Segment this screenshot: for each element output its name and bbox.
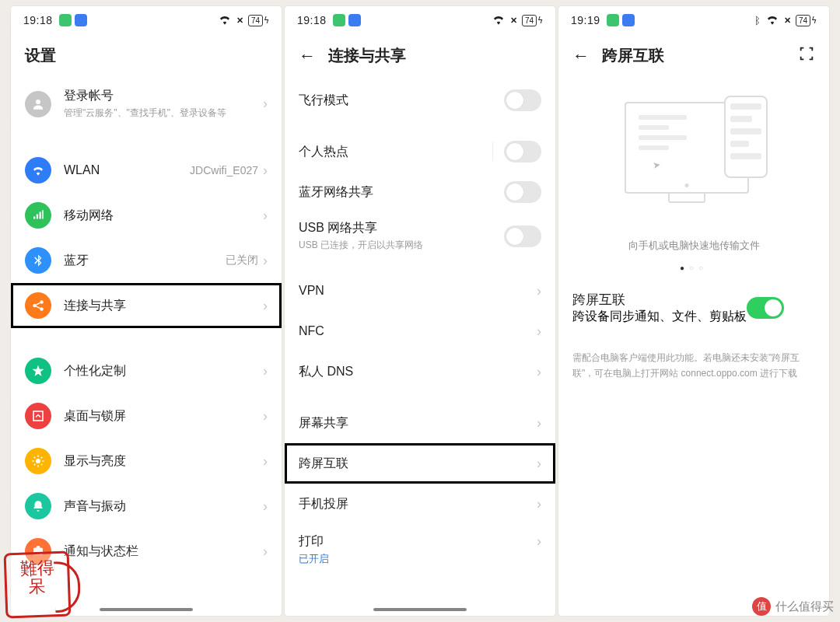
close-icon: ✕ <box>236 16 243 26</box>
cross-screen-illustration: ➤ <box>612 93 775 217</box>
row-label: 通知与状态栏 <box>64 543 263 560</box>
vpn-row[interactable]: VPN › <box>285 271 555 311</box>
bt-tether-row[interactable]: 蓝牙网络共享 <box>285 172 555 212</box>
chevron-right-icon: › <box>537 283 541 299</box>
screen-connection-share: 19:18 ✕ 74ϟ ← 连接与共享 飞行模式 个人热点 <box>285 6 555 616</box>
chevron-right-icon: › <box>263 162 268 179</box>
screen-share-row[interactable]: 屏幕共享 › <box>285 403 555 443</box>
chevron-right-icon: › <box>537 415 541 432</box>
print-row[interactable]: 打印 已开启 › <box>285 524 555 574</box>
settings-account-row[interactable]: 登录帐号 管理"云服务"、"查找手机"、登录设备等 › <box>11 80 282 128</box>
status-app-icon <box>333 14 345 26</box>
cast-row[interactable]: 手机投屏 › <box>285 484 555 524</box>
settings-bluetooth-row[interactable]: 蓝牙 已关闭 › <box>11 238 282 283</box>
customize-icon <box>25 358 51 384</box>
row-label: 登录帐号 <box>64 88 263 104</box>
toggle-switch[interactable] <box>504 141 541 162</box>
row-label: NFC <box>299 324 537 338</box>
toggle-switch[interactable] <box>504 225 541 247</box>
chevron-right-icon: › <box>537 323 541 340</box>
page-header: ← 跨屏互联 <box>558 34 829 80</box>
screen-settings: 19:18 ✕ 74ϟ 设置 登录帐号 <box>11 6 282 616</box>
share-icon <box>25 292 51 319</box>
svg-rect-6 <box>37 546 40 548</box>
battery-icon: 74ϟ <box>248 15 269 26</box>
settings-connection-share-row[interactable]: 连接与共享 › <box>11 283 282 328</box>
page-title: 设置 <box>25 45 56 66</box>
chevron-right-icon: › <box>263 453 268 470</box>
status-time: 19:18 <box>23 14 53 26</box>
settings-personalization-row[interactable]: 个性化定制 › <box>11 348 282 393</box>
settings-display-row[interactable]: 显示与亮度 › <box>11 439 282 484</box>
toggle-switch[interactable] <box>747 297 784 319</box>
settings-wlan-row[interactable]: WLAN JDCwifi_E027 › <box>11 148 282 193</box>
private-dns-row[interactable]: 私人 DNS › <box>285 351 555 392</box>
back-button[interactable]: ← <box>299 47 316 65</box>
airplane-mode-row[interactable]: 飞行模式 <box>285 80 555 121</box>
chevron-right-icon: › <box>263 208 268 224</box>
chevron-right-icon: › <box>263 543 268 560</box>
row-value: 已关闭 <box>226 253 258 267</box>
watermark-text: 什么值得买 <box>775 599 834 614</box>
wifi-icon <box>765 12 779 28</box>
settings-sound-row[interactable]: 声音与振动 › <box>11 484 282 529</box>
settings-mobile-row[interactable]: 移动网络 › <box>11 193 282 238</box>
divider <box>492 142 493 161</box>
chevron-right-icon: › <box>537 496 541 512</box>
row-subtitle: 管理"云服务"、"查找手机"、登录设备等 <box>64 107 263 120</box>
page-title: 连接与共享 <box>328 45 406 66</box>
row-label: 蓝牙 <box>64 253 226 269</box>
hotspot-row[interactable]: 个人热点 <box>285 131 555 172</box>
row-label: 跨屏互联 <box>572 291 747 309</box>
row-label: 个性化定制 <box>64 363 263 379</box>
status-bar: 19:18 ✕ 74ϟ <box>11 6 282 34</box>
chevron-right-icon: › <box>263 253 268 269</box>
row-subtitle: 跨设备同步通知、文件、剪贴板 <box>572 309 747 325</box>
page-indicator[interactable]: ●○○ <box>558 264 829 272</box>
status-bar: 19:19 ᛒ ✕ 74ϟ <box>558 6 829 34</box>
wifi-icon <box>25 157 51 183</box>
toggle-switch[interactable] <box>504 89 541 111</box>
home-indicator[interactable] <box>100 608 193 611</box>
signal-icon <box>25 202 51 229</box>
close-icon: ✕ <box>510 16 517 26</box>
cross-screen-toggle-row[interactable]: 跨屏互联 跨设备同步通知、文件、剪贴板 <box>558 283 829 333</box>
watermark-stamp: 難得呆 <box>4 551 72 619</box>
user-icon <box>25 91 51 117</box>
usb-tether-row[interactable]: USB 网络共享 USB 已连接，开启以共享网络 <box>285 212 555 260</box>
wifi-icon <box>492 12 506 28</box>
row-value: JDCwifi_E027 <box>190 164 258 176</box>
watermark-right: 值 什么值得买 <box>752 597 834 616</box>
status-app-icon <box>75 14 87 26</box>
status-bar: 19:18 ✕ 74ϟ <box>285 6 555 34</box>
chevron-right-icon: › <box>537 533 541 550</box>
watermark-badge-icon: 值 <box>752 597 771 616</box>
row-label: 私人 DNS <box>299 364 537 380</box>
scan-button[interactable] <box>798 45 815 66</box>
status-time: 19:19 <box>571 14 600 26</box>
toggle-switch[interactable] <box>504 181 541 203</box>
home-indicator[interactable] <box>373 608 467 611</box>
row-label: 移动网络 <box>64 208 263 224</box>
page-header: 设置 <box>11 34 282 80</box>
row-label: 桌面与锁屏 <box>64 408 263 425</box>
brightness-icon <box>25 448 51 474</box>
sound-icon <box>25 493 51 519</box>
row-label: 连接与共享 <box>64 298 263 314</box>
svg-point-4 <box>36 459 40 463</box>
bluetooth-icon <box>25 247 51 274</box>
cross-screen-row[interactable]: 跨屏互联 › <box>285 443 555 484</box>
chevron-right-icon: › <box>263 408 268 425</box>
chevron-right-icon: › <box>263 498 268 515</box>
back-button[interactable]: ← <box>572 47 590 65</box>
row-label: 显示与亮度 <box>64 453 263 470</box>
row-label: 声音与振动 <box>64 498 263 515</box>
svg-point-0 <box>36 100 40 104</box>
row-subtitle: 已开启 <box>299 552 537 566</box>
nfc-row[interactable]: NFC › <box>285 311 555 351</box>
settings-desktop-lock-row[interactable]: 桌面与锁屏 › <box>11 393 282 439</box>
page-title: 跨屏互联 <box>602 45 664 66</box>
battery-icon: 74ϟ <box>522 15 543 26</box>
screen-cross-screen: 19:19 ᛒ ✕ 74ϟ ← 跨屏互联 <box>558 6 829 616</box>
chevron-right-icon: › <box>537 364 541 380</box>
